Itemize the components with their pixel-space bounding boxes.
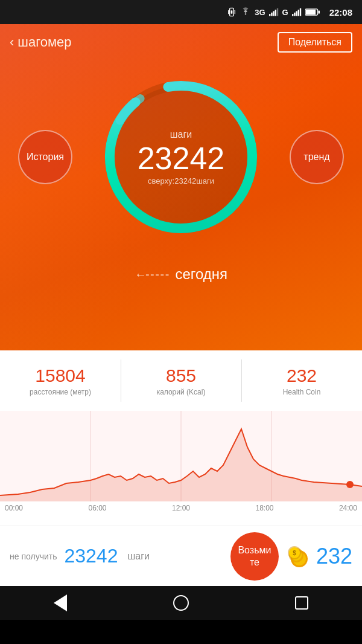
- battery-icon: [305, 8, 320, 16]
- svg-rect-2: [228, 10, 229, 14]
- svg-point-24: [346, 481, 354, 488]
- nav-bar: [0, 586, 362, 620]
- nav-back-button[interactable]: [42, 586, 78, 620]
- reward-steps-value: 23242: [64, 545, 118, 567]
- axis-2: 12:00: [172, 504, 190, 512]
- axis-3: 18:00: [255, 504, 273, 512]
- coin-count: 232: [316, 546, 352, 567]
- steps-value: 23242: [138, 143, 225, 174]
- chart-section: 00:00 06:00 12:00 18:00 24:00: [0, 411, 362, 526]
- status-icons: 3G G: [227, 7, 319, 17]
- svg-rect-6: [273, 11, 274, 16]
- axis-4: 24:00: [339, 504, 357, 512]
- svg-rect-5: [271, 13, 272, 16]
- network-label-3g: 3G: [255, 8, 265, 17]
- stat-distance-label: расстояние (метр): [30, 388, 91, 396]
- signal-icon-2: [292, 7, 302, 17]
- circle-content: шаги 23242 сверху:23242шаги: [138, 129, 225, 185]
- stat-coins: 232 Health Coin: [241, 350, 362, 411]
- recents-square-icon: [295, 596, 308, 610]
- home-circle-icon: [173, 595, 189, 611]
- stat-coins-label: Health Coin: [283, 388, 321, 396]
- stat-distance-value: 15804: [35, 365, 85, 385]
- svg-rect-7: [275, 10, 276, 16]
- take-button[interactable]: Возьми те: [230, 532, 279, 581]
- svg-rect-16: [318, 10, 320, 13]
- status-bar: 3G G 22:08: [0, 0, 362, 24]
- svg-rect-15: [305, 10, 315, 15]
- activity-chart: [0, 411, 362, 501]
- back-arrow-icon: ‹: [10, 34, 14, 50]
- take-label: Возьми те: [238, 544, 271, 567]
- app-bar: ‹ шагомер Поделиться: [0, 24, 362, 60]
- svg-rect-3: [235, 10, 235, 14]
- network-label-g: G: [282, 8, 288, 17]
- svg-rect-9: [292, 14, 293, 16]
- stats-section: 15804 расстояние (метр) 855 калорий (Kca…: [0, 350, 362, 411]
- arrow-dashed-icon: ←- - - - -: [135, 268, 168, 282]
- coin-icon: $: [286, 543, 313, 570]
- top-section: ‹ шагомер Поделиться История: [0, 24, 362, 350]
- today-row: ←- - - - - сегодня: [0, 266, 362, 283]
- today-label: сегодня: [175, 266, 227, 283]
- wifi-icon: [240, 7, 251, 17]
- trend-button[interactable]: тренд: [290, 130, 344, 184]
- back-triangle-icon: [54, 594, 67, 611]
- historia-button[interactable]: История: [18, 130, 72, 184]
- stat-coins-value: 232: [287, 365, 317, 385]
- stat-calories: 855 калорий (Kcal): [121, 350, 241, 411]
- signal-icon: [269, 7, 279, 17]
- nav-home-button[interactable]: [163, 586, 199, 620]
- stat-distance: 15804 расстояние (метр): [0, 350, 121, 411]
- steps-label: шаги: [138, 129, 225, 140]
- svg-rect-12: [297, 10, 299, 16]
- vibrate-icon: [227, 7, 237, 17]
- svg-rect-1: [231, 10, 233, 13]
- chart-container: [0, 411, 362, 501]
- svg-text:$: $: [293, 550, 296, 556]
- svg-rect-11: [296, 11, 297, 16]
- coin-area: $ 232: [286, 543, 352, 570]
- axis-1: 06:00: [88, 504, 106, 512]
- reward-steps-label: шаги: [127, 551, 150, 562]
- svg-rect-10: [294, 13, 295, 16]
- app-title: шагомер: [17, 34, 71, 50]
- nav-recents-button[interactable]: [284, 586, 320, 620]
- svg-rect-8: [276, 8, 278, 16]
- status-time: 22:08: [329, 7, 352, 18]
- chart-axis: 00:00 06:00 12:00 18:00 24:00: [0, 501, 362, 515]
- stat-calories-label: калорий (Kcal): [157, 388, 206, 396]
- stat-calories-value: 855: [166, 365, 196, 385]
- steps-sub: сверху:23242шаги: [138, 176, 225, 185]
- svg-rect-4: [269, 14, 270, 16]
- share-button[interactable]: Поделиться: [278, 32, 352, 53]
- svg-rect-13: [299, 8, 300, 16]
- steps-circle: шаги 23242 сверху:23242шаги: [103, 79, 259, 236]
- back-button[interactable]: ‹ шагомер: [10, 34, 72, 50]
- reward-bar: не получить 23242 шаги Возьми те $ 232: [0, 526, 362, 586]
- axis-0: 00:00: [5, 504, 23, 512]
- reward-prefix: не получить: [10, 552, 57, 561]
